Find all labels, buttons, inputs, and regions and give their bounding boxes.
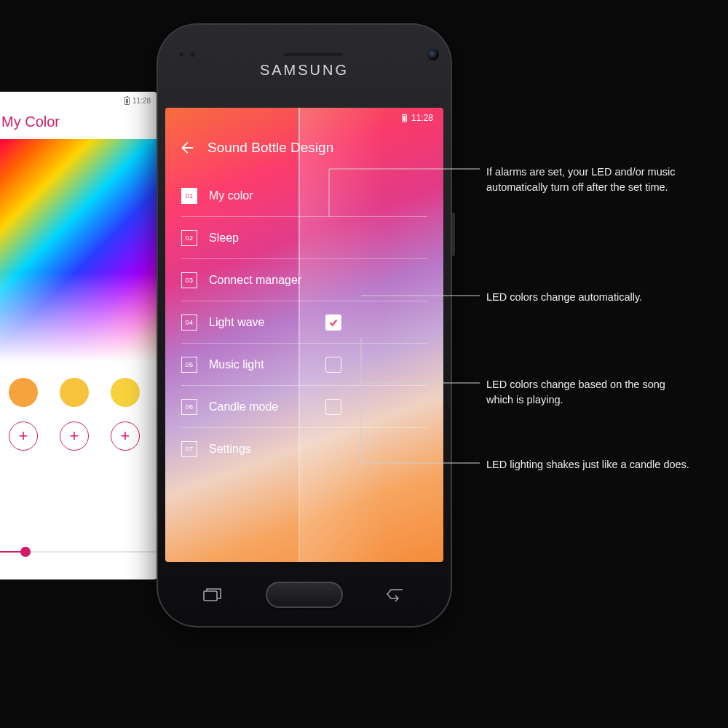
preset-swatches xyxy=(0,362,158,407)
sensor-dot-icon xyxy=(178,52,184,58)
svg-rect-0 xyxy=(204,591,217,601)
menu-item-light-wave[interactable]: 04Light wave xyxy=(181,301,427,344)
app-header: Sound Bottle Design xyxy=(165,132,443,163)
home-button[interactable] xyxy=(266,582,343,608)
menu-item-candle-mode[interactable]: 06Candle mode xyxy=(181,386,427,428)
item-number-badge: 05 xyxy=(181,357,197,373)
checkbox[interactable] xyxy=(325,314,341,331)
battery-icon xyxy=(402,114,407,122)
settings-menu: 01My color02Sleep03Connect manager04Ligh… xyxy=(165,175,443,562)
item-number-badge: 01 xyxy=(181,188,197,204)
add-swatch-button[interactable]: + xyxy=(111,422,140,451)
menu-item-label: My color xyxy=(209,189,253,202)
device-nav-bar xyxy=(157,562,452,628)
device-brand: SAMSUNG xyxy=(260,62,349,79)
menu-item-label: Sleep xyxy=(209,232,239,245)
status-time: 11:28 xyxy=(411,113,433,123)
mycolor-screen: 11:28 My Color + + + xyxy=(0,92,158,579)
item-number-badge: 04 xyxy=(181,314,197,331)
menu-item-connect-manager[interactable]: 03Connect manager xyxy=(181,259,427,301)
front-camera-icon xyxy=(427,49,439,60)
item-number-badge: 07 xyxy=(181,441,197,457)
color-swatch[interactable] xyxy=(9,378,38,407)
back-arrow-icon[interactable] xyxy=(178,140,194,156)
color-swatch[interactable] xyxy=(60,378,89,407)
annotation-text: LED colors change automatically. xyxy=(486,290,694,305)
item-number-badge: 02 xyxy=(181,230,197,246)
menu-item-label: Music light xyxy=(209,358,264,371)
item-number-badge: 06 xyxy=(181,399,197,415)
add-swatch-row: + + + xyxy=(0,407,158,451)
menu-item-label: Candle mode xyxy=(209,400,278,414)
status-bar: 11:28 xyxy=(0,92,158,109)
add-swatch-button[interactable]: + xyxy=(60,422,89,451)
menu-item-music-light[interactable]: 05Music light xyxy=(181,344,427,386)
battery-icon xyxy=(124,97,130,105)
checkbox[interactable] xyxy=(325,357,341,373)
annotation-text: LED colors change based on the song whic… xyxy=(486,377,694,408)
item-number-badge: 03 xyxy=(181,272,197,288)
status-time: 11:28 xyxy=(132,97,151,105)
menu-item-label: Light wave xyxy=(209,316,265,329)
add-swatch-button[interactable]: + xyxy=(9,422,38,451)
speaker-grill-icon xyxy=(282,52,344,57)
annotation-text: If alarms are set, your LED and/or music… xyxy=(486,165,694,195)
phone-device: SAMSUNG 11:28 Sound Bottle Design 01My c… xyxy=(157,23,452,628)
color-swatch[interactable] xyxy=(111,378,140,407)
page-title: Sound Bottle Design xyxy=(207,140,333,156)
status-bar: 11:28 xyxy=(165,108,443,128)
device-top-bezel: SAMSUNG xyxy=(157,23,452,83)
menu-item-label: Settings xyxy=(209,443,251,456)
menu-item-label: Connect manager xyxy=(209,274,301,287)
brightness-slider[interactable] xyxy=(0,545,158,559)
color-gradient-picker[interactable] xyxy=(0,139,158,362)
menu-item-settings[interactable]: 07Settings xyxy=(181,428,427,470)
app-screen: 11:28 Sound Bottle Design 01My color02Sl… xyxy=(165,108,443,562)
annotation-text: LED lighting shakes just like a candle d… xyxy=(486,457,694,472)
recents-icon[interactable] xyxy=(203,587,222,602)
page-title: My Color xyxy=(0,109,158,139)
menu-item-my-color[interactable]: 01My color xyxy=(181,175,427,217)
sensor-dot-icon xyxy=(190,52,196,58)
checkbox[interactable] xyxy=(325,399,341,415)
menu-item-sleep[interactable]: 02Sleep xyxy=(181,217,427,259)
back-icon[interactable] xyxy=(387,587,405,602)
